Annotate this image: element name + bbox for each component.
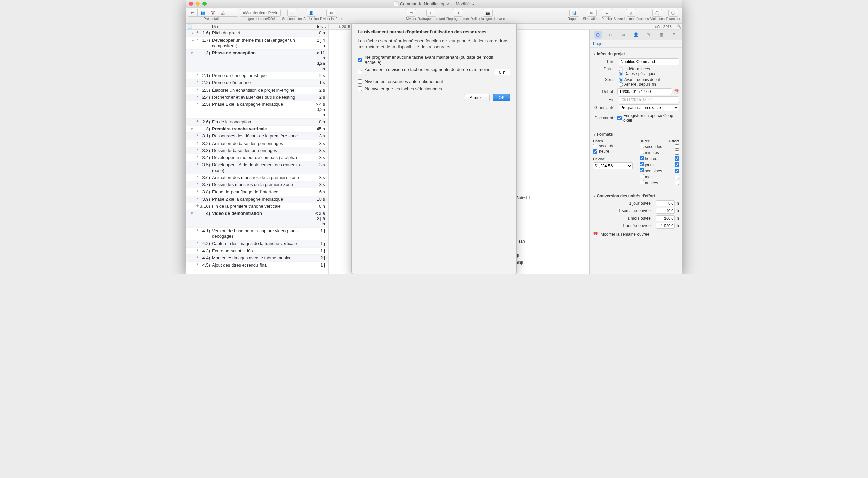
set-baseline-button[interactable]: 📷 xyxy=(483,9,493,17)
col-effort[interactable]: Effort xyxy=(308,24,328,29)
task-title[interactable]: Étape de peaufinage de l'interface xyxy=(212,189,309,195)
task-title[interactable]: Phase de conception xyxy=(212,50,309,56)
edit-workweek-link[interactable]: Modifier la semaine ouvrée xyxy=(601,232,649,237)
task-row[interactable]: ●2.3)Élaborer un échantillon de projet i… xyxy=(186,87,328,94)
tab-milestones[interactable]: ◇ xyxy=(607,31,614,39)
task-effort[interactable]: 0 h xyxy=(309,30,328,36)
fmt-seconds-checkbox[interactable]: secondes xyxy=(593,144,633,148)
dates-undetermined-radio[interactable]: Indéterminées xyxy=(619,67,656,71)
task-row[interactable]: ▼3)Première tranche verticale45 s xyxy=(186,126,328,133)
cb-selected-only[interactable] xyxy=(358,86,362,91)
notes-column-icon[interactable]: 📄 xyxy=(186,24,194,29)
task-title[interactable]: Première tranche verticale xyxy=(212,126,309,132)
fmt-hour-checkbox[interactable]: heure xyxy=(593,149,633,154)
view-style-button[interactable]: ≡ xyxy=(228,9,238,17)
task-row[interactable]: ●3.9)Phase 2 de la campagne médiatique18… xyxy=(186,196,328,203)
task-row[interactable]: ●3.1)Ressources des décors de la premièr… xyxy=(186,133,328,140)
task-effort[interactable]: > 4 s 0,25 h xyxy=(309,102,328,118)
task-title[interactable]: Phase 2 de la campagne médiatique xyxy=(212,197,309,202)
tab-resource[interactable]: 👤 xyxy=(632,31,640,39)
tab-task[interactable]: ▭ xyxy=(620,31,627,39)
task-row[interactable]: ●3.7)Dessin des monstres de la première … xyxy=(186,181,328,188)
disclosure-icon[interactable]: ▸ xyxy=(186,30,195,35)
task-effort[interactable]: 1 j xyxy=(309,228,328,234)
task-effort[interactable]: 3 s xyxy=(309,155,328,160)
cb-allow-split[interactable] xyxy=(358,70,362,74)
task-row[interactable]: ▸●1.7)Développer un thème musical (engag… xyxy=(186,37,328,50)
start-date-input[interactable] xyxy=(617,88,672,95)
task-effort[interactable]: 0 h xyxy=(309,119,328,125)
publish-button[interactable]: ☁ xyxy=(602,9,612,17)
ok-button[interactable]: OK xyxy=(493,94,510,101)
reports-button[interactable]: 📊 xyxy=(569,9,579,17)
task-title[interactable]: Développer l'IA de déplacement des ennem… xyxy=(212,162,309,173)
view-resource-button[interactable]: 👥 xyxy=(198,9,208,17)
task-title[interactable]: Développer le moteur de combats (v. alph… xyxy=(212,155,309,160)
disclosure-icon[interactable]: ▸ xyxy=(186,37,195,43)
conv-month-input[interactable] xyxy=(656,215,675,221)
task-title[interactable]: Animation de base des personnages xyxy=(212,141,309,146)
task-row[interactable]: ●2.5)Phase 1 de la campagne médiatique> … xyxy=(186,101,328,119)
task-row[interactable]: ●4.4)Monter les images avec le thème mus… xyxy=(186,255,328,262)
task-row[interactable]: ▸◆1.6)Pitch du projet0 h xyxy=(186,30,328,37)
task-title[interactable]: Dessin de base des personnages xyxy=(212,148,309,153)
cb-auto-level[interactable] xyxy=(358,79,362,84)
task-row[interactable]: ●3.2)Animation de base des personnages3 … xyxy=(186,140,328,147)
close-icon[interactable] xyxy=(189,2,193,6)
task-row[interactable]: ●2.1)Promo du concept artistique2 s xyxy=(186,72,328,79)
zoom-icon[interactable]: 🔍 xyxy=(676,24,682,29)
simulations-button[interactable]: ∞ xyxy=(587,9,597,17)
task-row[interactable]: ◆2.6)Fin de la conception0 h xyxy=(186,119,328,126)
level-button[interactable]: ▭ xyxy=(406,9,416,17)
task-row[interactable]: ●4.3)Écrire un script vidéo1 j xyxy=(186,248,328,255)
task-title[interactable]: Monter les images avec le thème musical xyxy=(212,255,309,261)
attribution-button[interactable]: 👤 xyxy=(306,9,316,17)
task-title[interactable]: Ajout des titres et rendu final xyxy=(212,262,309,268)
task-effort[interactable]: 45 s xyxy=(309,126,328,132)
task-row[interactable]: ●2.2)Promo de l'interface1 s xyxy=(186,79,328,86)
violations-button[interactable]: ◯ xyxy=(652,9,662,17)
task-title[interactable]: Promo du concept artistique xyxy=(212,73,309,78)
task-row[interactable]: ●3.5)Développer l'IA de déplacement des … xyxy=(186,161,328,174)
task-title[interactable]: Capturer des images de la tranche vertic… xyxy=(212,241,309,246)
task-effort[interactable]: 2 s xyxy=(309,95,328,100)
task-title[interactable]: Fin de la conception xyxy=(212,119,309,125)
task-effort[interactable]: 18 s xyxy=(309,197,328,202)
task-title[interactable]: Phase 1 de la campagne médiatique xyxy=(212,102,309,107)
task-title[interactable]: Dessin des monstres de la première zone xyxy=(212,182,309,187)
task-effort[interactable]: < 2 s 2 j 8 h xyxy=(309,211,328,227)
cb-no-before-now[interactable] xyxy=(358,58,362,62)
quicklook-checkbox[interactable]: Enregistrer un aperçu Coup d'œil xyxy=(617,113,679,123)
task-effort[interactable]: 1 s xyxy=(309,80,328,85)
task-row[interactable]: ●4.1)Version de base pour la capture vid… xyxy=(186,228,328,241)
chevron-down-icon[interactable]: ⌄ xyxy=(471,1,475,6)
disclosure-icon[interactable]: ▼ xyxy=(186,50,195,55)
task-row[interactable]: ▼2)Phase de conception> 11 s 0,25 h xyxy=(186,50,328,72)
granularity-select[interactable]: Programmation exacte xyxy=(619,104,679,111)
task-row[interactable]: ●4.5)Ajout des titres et rendu final1 j xyxy=(186,262,328,269)
view-network-button[interactable]: 品 xyxy=(218,9,228,17)
task-row[interactable]: ▼4)Vidéo de démonstration< 2 s 2 j 8 h xyxy=(186,210,328,228)
col-title[interactable]: Titre xyxy=(194,24,308,29)
split-task-button[interactable]: ⇥⇤ xyxy=(326,9,336,17)
task-effort[interactable]: 2 s xyxy=(309,73,328,78)
task-title[interactable]: Fin de la première tranche verticale xyxy=(212,204,309,209)
view-calendar-button[interactable]: 📅 xyxy=(208,9,218,17)
task-effort[interactable]: 3 s xyxy=(309,182,328,187)
task-row[interactable]: ◆3.10)Fin de la première tranche vertica… xyxy=(186,203,328,210)
cancel-button[interactable]: Annuler xyxy=(464,94,489,101)
task-title[interactable]: Écrire un script vidéo xyxy=(212,248,309,254)
split-duration-input[interactable] xyxy=(494,69,510,75)
direction-forward-radio[interactable]: Avant, depuis début xyxy=(619,77,660,82)
tab-project[interactable]: ▢ xyxy=(594,31,602,39)
tab-cols[interactable]: ▦ xyxy=(658,31,665,39)
tab-styles[interactable]: ✎ xyxy=(645,31,652,39)
task-title[interactable]: Développer un thème musical (engager un … xyxy=(212,37,309,49)
task-title[interactable]: Vidéo de démonstration xyxy=(212,211,309,216)
disclosure-icon[interactable]: ▼ xyxy=(186,126,195,131)
conv-day-input[interactable] xyxy=(656,200,675,206)
task-title[interactable]: Rechercher et évaluer des outils de test… xyxy=(212,95,309,100)
task-row[interactable]: ●2.4)Rechercher et évaluer des outils de… xyxy=(186,94,328,101)
task-effort[interactable]: 0 h xyxy=(309,204,328,209)
task-row[interactable]: ●3.3)Dessin de base des personnages3 s xyxy=(186,147,328,154)
